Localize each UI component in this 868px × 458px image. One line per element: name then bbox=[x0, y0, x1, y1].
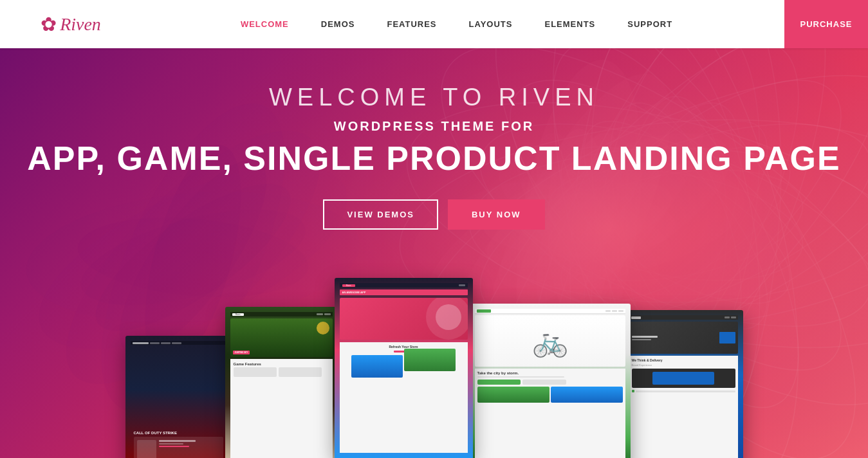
logo-text: Riven bbox=[60, 14, 101, 35]
hero-cta-buttons: VIEW DEMOS BUY NOW bbox=[27, 199, 840, 230]
demo-card-1[interactable]: CALL OF DUTY STRIKE bbox=[125, 336, 232, 458]
nav-layouts[interactable]: LAYOUTS bbox=[469, 19, 513, 29]
hero-title-text: APP, GAME, SINGLE PRODUCT LANDING PAGE bbox=[27, 140, 840, 177]
header: ✿ Riven WELCOME DEMOS FEATURES LAYOUTS E… bbox=[0, 0, 868, 48]
nav-features[interactable]: FEATURES bbox=[387, 19, 436, 29]
nav-elements[interactable]: ELEMENTS bbox=[544, 19, 595, 29]
logo-flower-icon: ✿ bbox=[41, 13, 57, 35]
hero-welcome-text: WELCOME TO RIVEN bbox=[27, 84, 840, 111]
demo-card-2[interactable]: Riven JUMPING SKY Game Features bbox=[225, 307, 338, 458]
nav-support[interactable]: SUPPORT bbox=[627, 19, 672, 29]
hero-subtitle-text: WORDPRESS THEME FOR bbox=[27, 119, 840, 134]
view-demos-button[interactable]: VIEW DEMOS bbox=[323, 199, 438, 230]
hero-section: WELCOME TO RIVEN WORDPRESS THEME FOR APP… bbox=[0, 0, 868, 458]
demo-screenshots-strip: CALL OF DUTY STRIKE Riven bbox=[0, 278, 868, 458]
hero-content: WELCOME TO RIVEN WORDPRESS THEME FOR APP… bbox=[27, 84, 840, 255]
demo-card-5[interactable]: We Think & Delivery Brand Experience bbox=[624, 310, 743, 458]
logo-area[interactable]: ✿ Riven bbox=[0, 13, 129, 35]
demo-card-4[interactable]: 🚲 Take the city by storm. bbox=[470, 304, 631, 458]
demo-card-3[interactable]: Riven AN AWESOME APP Refresh Your Store bbox=[335, 278, 473, 458]
nav-welcome[interactable]: WELCOME bbox=[241, 19, 289, 29]
buy-now-button[interactable]: BUY NOW bbox=[448, 199, 545, 230]
main-nav: WELCOME DEMOS FEATURES LAYOUTS ELEMENTS … bbox=[129, 19, 784, 29]
purchase-button[interactable]: PURCHASE bbox=[784, 0, 868, 48]
nav-demos[interactable]: DEMOS bbox=[321, 19, 355, 29]
